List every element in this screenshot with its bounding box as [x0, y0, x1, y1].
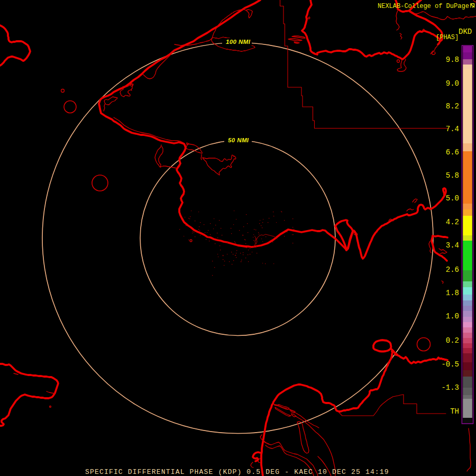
svg-text:7.4: 7.4 [446, 125, 459, 133]
svg-text:8.2: 8.2 [446, 102, 459, 111]
svg-text:1.0: 1.0 [446, 312, 459, 321]
svg-text:[PHAS]: [PHAS] [436, 34, 459, 41]
svg-text:9.0: 9.0 [446, 79, 459, 88]
svg-text:NEXLAB-College of DuPage: NEXLAB-College of DuPage [378, 3, 469, 10]
svg-text:2.6: 2.6 [446, 266, 459, 274]
svg-text:0.2: 0.2 [446, 336, 459, 345]
svg-text:3.4: 3.4 [446, 241, 459, 250]
svg-text:6.6: 6.6 [446, 148, 459, 157]
svg-text:TH: TH [450, 407, 459, 416]
svg-text:4.2: 4.2 [446, 218, 459, 226]
svg-text:5.8: 5.8 [446, 171, 459, 180]
svg-text:9.8: 9.8 [446, 56, 459, 64]
svg-text:50 NMI: 50 NMI [228, 137, 249, 143]
svg-text:1.8: 1.8 [446, 289, 459, 297]
svg-text:5.0: 5.0 [446, 194, 459, 203]
svg-text:SPECIFIC DIFFERENTIAL PHASE (K: SPECIFIC DIFFERENTIAL PHASE (KDP) 0.5 DE… [85, 468, 389, 476]
svg-text:DKD: DKD [459, 28, 472, 36]
svg-text:-1.3: -1.3 [441, 383, 459, 392]
svg-text:100 NMI: 100 NMI [226, 39, 251, 45]
svg-text:-0.5: -0.5 [441, 360, 459, 369]
